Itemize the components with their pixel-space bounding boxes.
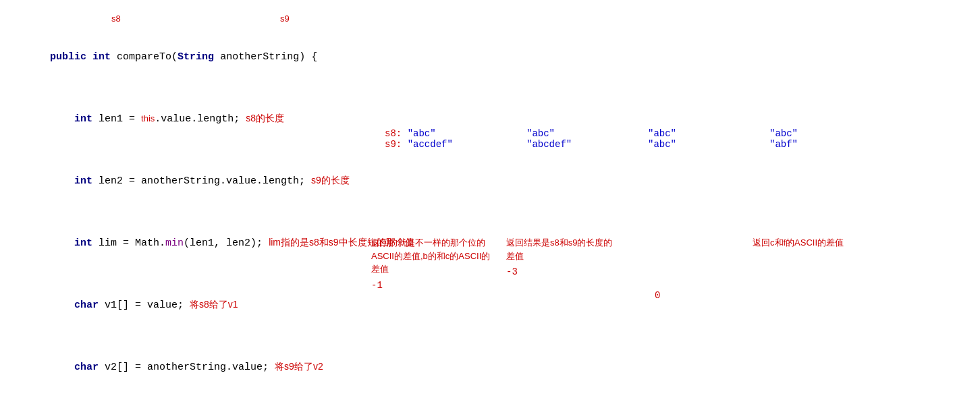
- code-line-1: public int compareTo(String anotherStrin…: [13, 27, 364, 88]
- col3-str2: "abc": [648, 139, 676, 150]
- code-section: s8 s9 public int compareTo(String anothe…: [13, 7, 364, 396]
- col2-str2: "abcdef": [526, 139, 572, 150]
- col2-result: -3: [506, 266, 614, 277]
- s8-param-label: s8: [111, 13, 121, 24]
- example-col2: "abc" "abcdef": [526, 128, 572, 150]
- col2-str1: "abc": [526, 128, 572, 139]
- code-line-6: char v2[] = anotherString.value; 将s9给了v2: [13, 336, 364, 396]
- col1-s9-label: s9: "accdef": [385, 139, 453, 150]
- s9-param-label: s9: [280, 13, 290, 24]
- code-line-4: int lim = Math.min(len1, len2); lim指的是s8…: [13, 212, 364, 274]
- example-col1: s8: "abc" s9: "accdef": [385, 128, 453, 150]
- connector-arrows: [364, 7, 967, 396]
- col1-desc: 返回的就是不一样的那个位的ASCII的差值,b的和c的ASCII的差值 -1: [371, 236, 493, 291]
- col2-desc: 返回结果是s8和s9的长度的差值 -3: [506, 236, 614, 277]
- col4-str1: "abc": [769, 128, 798, 139]
- main-container: s8 s9 public int compareTo(String anothe…: [0, 0, 980, 396]
- example-col3: "abc" "abc": [648, 128, 676, 150]
- example-col4: "abc" "abf": [769, 128, 798, 150]
- col3-str1: "abc": [648, 128, 676, 139]
- code-line-2: int len1 = this.value.length; s8的长度: [13, 88, 364, 150]
- code-line-5: char v1[] = value; 将s8给了v1: [13, 274, 364, 336]
- annotation-section: s8: "abc" s9: "accdef" "abc" "abcdef" "a…: [364, 7, 967, 396]
- col1-result: -1: [371, 280, 493, 291]
- col4-desc: 返回c和f的ASCII的差值: [753, 236, 861, 250]
- col3-result: 0: [655, 290, 660, 301]
- col1-s8-label: s8: "abc": [385, 128, 453, 139]
- code-line-3: int len2 = anotherString.value.length; s…: [13, 150, 364, 212]
- col4-str2: "abf": [769, 139, 798, 150]
